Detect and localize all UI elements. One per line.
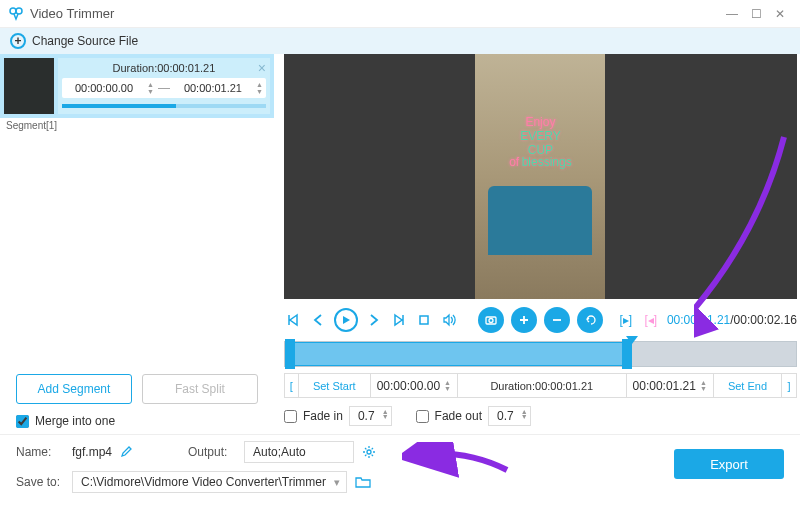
main-panel: Enjoy EVERY CUP of blessings [▸] [◂] 00:… — [274, 54, 800, 434]
spinner-icon[interactable]: ▲▼ — [256, 81, 263, 95]
playhead-icon[interactable] — [626, 336, 638, 344]
segment-progress — [62, 104, 266, 108]
segment-info: × Duration:00:00:01.21 ▲▼ — ▲▼ — [58, 58, 270, 114]
start-value[interactable]: 00:00:00.00 — [377, 379, 440, 393]
dash-separator: — — [158, 81, 170, 95]
output-settings-icon[interactable] — [362, 445, 376, 459]
fade-in-label: Fade in — [303, 409, 343, 423]
timeline[interactable] — [284, 341, 797, 367]
svg-point-4 — [489, 318, 493, 322]
change-source-link[interactable]: Change Source File — [32, 34, 138, 48]
fade-row: Fade in 0.7▲▼ Fade out 0.7▲▼ — [284, 398, 797, 434]
merge-checkbox[interactable] — [16, 415, 29, 428]
merge-checkbox-row[interactable]: Merge into one — [0, 408, 274, 434]
name-label: Name: — [16, 445, 64, 459]
segment-duration-label: Duration:00:00:01.21 — [62, 62, 266, 74]
plus-circle-icon[interactable]: + — [10, 33, 26, 49]
set-end-button[interactable]: Set End — [714, 374, 782, 397]
sofa-graphic — [488, 186, 592, 255]
next-frame-icon[interactable] — [365, 311, 383, 329]
saveto-path[interactable]: C:\Vidmore\Vidmore Video Converter\Trimm… — [72, 471, 347, 493]
saveto-label: Save to: — [16, 475, 64, 489]
bracket-open-icon: [ — [285, 374, 299, 397]
fade-in-value[interactable]: 0.7▲▼ — [349, 406, 392, 426]
bracket-close-icon: ] — [782, 374, 796, 397]
export-button[interactable]: Export — [674, 449, 784, 479]
footer: Name: fgf.mp4 Output: Auto;Auto Save to:… — [0, 434, 800, 506]
skip-start-icon[interactable] — [284, 311, 302, 329]
svg-rect-2 — [420, 316, 428, 324]
file-name: fgf.mp4 — [72, 445, 112, 459]
video-preview: Enjoy EVERY CUP of blessings — [284, 54, 797, 299]
titlebar: Video Trimmer — ☐ ✕ — [0, 0, 800, 28]
neon-sign: Enjoy EVERY CUP of blessings — [508, 115, 573, 169]
svg-point-0 — [10, 8, 16, 14]
segment-card[interactable]: × Duration:00:00:01.21 ▲▼ — ▲▼ — [0, 54, 274, 118]
fade-out-value[interactable]: 0.7▲▼ — [488, 406, 531, 426]
add-segment-button[interactable]: Add Segment — [16, 374, 132, 404]
playback-controls: [▸] [◂] 00:00:01.21/00:00:02.16 — [284, 305, 797, 335]
edit-name-icon[interactable] — [120, 446, 132, 458]
maximize-button[interactable]: ☐ — [744, 2, 768, 26]
timecode: 00:00:01.21/00:00:02.16 — [667, 313, 797, 327]
segment-label: Segment[1] — [0, 118, 274, 133]
duration-display: Duration:00:00:01.21 — [458, 374, 627, 397]
fade-out-label: Fade out — [435, 409, 482, 423]
fade-in-checkbox[interactable] — [284, 410, 297, 423]
fast-split-button: Fast Split — [142, 374, 258, 404]
fade-out-checkbox[interactable] — [416, 410, 429, 423]
segment-thumbnail — [4, 58, 54, 114]
zoom-out-icon[interactable] — [544, 307, 570, 333]
toolbar: + Change Source File — [0, 28, 800, 54]
segment-close-icon[interactable]: × — [258, 60, 266, 76]
spinner-icon[interactable]: ▲▼ — [147, 81, 154, 95]
merge-label: Merge into one — [35, 414, 115, 428]
bracket-left-icon[interactable]: [▸] — [617, 311, 635, 329]
output-value[interactable]: Auto;Auto — [244, 441, 354, 463]
volume-icon[interactable] — [440, 311, 458, 329]
open-folder-icon[interactable] — [355, 475, 371, 489]
end-value[interactable]: 00:00:01.21 — [633, 379, 696, 393]
zoom-in-icon[interactable] — [511, 307, 537, 333]
minimize-button[interactable]: — — [720, 2, 744, 26]
close-button[interactable]: ✕ — [768, 2, 792, 26]
undo-icon[interactable] — [577, 307, 603, 333]
set-start-button[interactable]: Set Start — [299, 374, 371, 397]
svg-point-1 — [16, 8, 22, 14]
fade-out-row[interactable]: Fade out 0.7▲▼ — [416, 406, 531, 426]
window-title: Video Trimmer — [30, 6, 114, 21]
sidebar: × Duration:00:00:01.21 ▲▼ — ▲▼ Segment[1… — [0, 54, 274, 434]
timeline-selection[interactable] — [285, 342, 633, 366]
spinner-icon[interactable]: ▲▼ — [444, 380, 451, 392]
stop-icon[interactable] — [415, 311, 433, 329]
skip-end-icon[interactable] — [390, 311, 408, 329]
svg-point-5 — [367, 450, 371, 454]
play-icon[interactable] — [334, 308, 358, 332]
output-label: Output: — [188, 445, 236, 459]
prev-frame-icon[interactable] — [309, 311, 327, 329]
snapshot-icon[interactable] — [478, 307, 504, 333]
app-logo-icon — [8, 6, 24, 22]
segment-start-input[interactable] — [65, 82, 143, 94]
segment-end-input[interactable] — [174, 82, 252, 94]
bracket-right-icon[interactable]: [◂] — [642, 311, 660, 329]
trim-handle-left[interactable] — [285, 339, 295, 369]
video-frame: Enjoy EVERY CUP of blessings — [475, 54, 605, 299]
fade-in-row[interactable]: Fade in 0.7▲▼ — [284, 406, 392, 426]
trim-values-row: [ Set Start 00:00:00.00▲▼ Duration:00:00… — [284, 373, 797, 398]
spinner-icon[interactable]: ▲▼ — [700, 380, 707, 392]
